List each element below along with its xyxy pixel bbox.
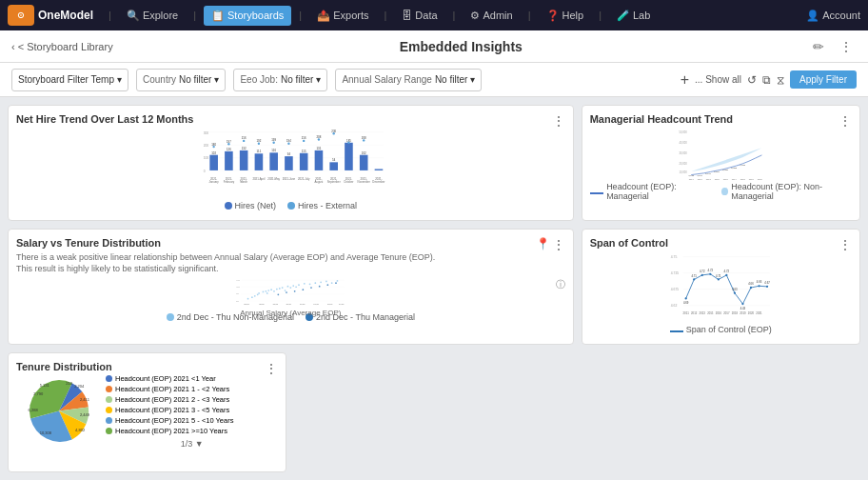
svg-text:2016: 2016 [722,178,728,180]
edit-button[interactable]: ✏ [809,37,828,56]
bar-dec[interactable] [375,169,384,170]
dropdown-chevron-icon: ▾ [117,74,122,85]
pagination-arrow-icon[interactable]: ▼ [195,439,204,449]
nav-divider-2: | [193,10,196,21]
span-control-chart-card: Span of Control ⋮ 4.75 4.725 4.675 4.62 [582,229,860,345]
svg-text:2021-May: 2021-May [267,177,280,181]
svg-text:40,000: 40,000 [679,141,687,145]
svg-text:2021: 2021 [756,311,762,315]
svg-text:4.72: 4.72 [723,270,729,273]
net-hire-chart-card: Net Hire Trend Over Last 12 Months ⋮ 300… [8,105,574,221]
nav-item-storyboards[interactable]: 📋 Storyboards [204,6,291,26]
more-options-button[interactable]: ⋮ [836,37,857,56]
bar-jun[interactable] [285,156,293,170]
bar-may[interactable] [269,152,278,170]
svg-text:2021-July: 2021-July [298,177,310,181]
svg-text:8.00: 8.00 [236,301,239,302]
logo[interactable]: ⊙ OneModel [8,5,93,26]
svg-text:$72,500: $72,500 [314,304,319,306]
svg-text:4.71: 4.71 [691,274,697,278]
nav-divider-1: | [108,10,111,21]
salary-axis-label: Annual Salary (Average EOP) [16,309,565,317]
country-filter[interactable]: Country No filter ▾ [136,69,226,91]
svg-text:4.67: 4.67 [764,281,770,285]
template-filter[interactable]: Storyboard Filter Temp ▾ [11,69,128,91]
breadcrumb-back[interactable]: ‹ < Storyboard Library [11,41,113,52]
span-control-svg: 4.75 4.725 4.675 4.62 [590,252,852,323]
net-hire-chart: 300 200 100 0 102 2021- January 180 [16,129,565,199]
svg-point-82 [258,292,260,294]
svg-point-137 [749,287,751,289]
bar-oct[interactable] [345,143,353,170]
bar-sep[interactable] [329,162,338,170]
bar-jul[interactable] [300,153,308,170]
legend-tenure-10plus: Headcount (EOP) 2021 >=10 Years [106,427,278,435]
breadcrumb-actions: ✏ ⋮ [809,37,857,56]
salary-tenure-menu-button[interactable]: ⋮ [552,237,565,252]
svg-point-90 [279,288,281,290]
svg-point-135 [733,292,735,294]
svg-text:2017: 2017 [731,178,737,180]
svg-point-96 [295,287,297,289]
bar-jan[interactable] [209,155,218,170]
tenure-title: Tenure Distribution [16,361,278,372]
tenure-pagination: 1/3 ▼ [106,439,278,449]
bar-aug[interactable] [315,150,324,170]
account-icon: 👤 [806,10,819,22]
info-icon[interactable]: ⓘ [556,278,565,291]
svg-text:300: 300 [204,131,209,135]
svg-point-99 [309,284,311,286]
svg-text:2013: 2013 [699,311,705,315]
legend-line-managerial [590,192,603,194]
filter-settings-button[interactable]: ⧖ [777,73,784,87]
tenure-menu-button[interactable]: ⋮ [265,361,278,376]
salary-filter[interactable]: Annual Salary Range No filter ▾ [335,69,482,91]
salary-tenure-pin-button[interactable]: 📍 [536,237,550,250]
account-menu[interactable]: 👤 Account [806,10,860,22]
non-managerial-area [691,148,761,171]
nav-item-admin[interactable]: ⚙ Admin [463,6,520,26]
dot-oct [347,142,349,144]
svg-text:4.69: 4.69 [683,301,689,305]
span-control-menu-button[interactable]: ⋮ [838,237,852,252]
svg-point-136 [741,303,743,305]
svg-text:2020: 2020 [757,178,762,180]
svg-point-132 [709,273,711,275]
svg-point-91 [282,288,284,290]
copy-button[interactable]: ⧉ [762,73,771,87]
bar-apr[interactable] [255,153,264,170]
tenure-pie-svg: 210 2,204 2,411 2,449 4,802 10,308 6,288… [16,376,102,446]
page-title: Embedded Insights [113,39,809,54]
legend-dot-hires-net [225,202,232,210]
svg-text:4.66: 4.66 [756,280,761,284]
bar-nov[interactable] [360,155,368,170]
net-hire-svg: 300 200 100 0 102 2021- January 180 [16,129,565,199]
nav-divider-7: | [599,10,602,21]
svg-text:50,000: 50,000 [679,130,687,134]
net-hire-legend: Hires (Net) Hires - External [16,201,565,210]
svg-text:November: November [358,180,370,184]
nav-item-explore[interactable]: 🔍 Explore [119,6,186,26]
bar-feb[interactable] [225,151,233,170]
nav-item-data[interactable]: 🗄 Data [394,6,444,25]
eeo-filter[interactable]: Eeo Job: No filter ▾ [233,69,327,91]
nav-divider-4: | [385,10,387,21]
net-hire-menu-button[interactable]: ⋮ [552,113,565,129]
refresh-button[interactable]: ↺ [747,73,757,87]
apply-filter-button[interactable]: Apply Filter [790,70,857,89]
svg-text:2018: 2018 [740,178,745,180]
show-all-button[interactable]: ... Show all [695,74,741,85]
managerial-menu-button[interactable]: ⋮ [838,113,852,129]
svg-text:208: 208 [317,135,322,139]
svg-text:$60,000: $60,000 [245,304,249,306]
nav-item-exports[interactable]: 📤 Exports [309,6,376,26]
logo-icon: ⊙ [8,5,34,26]
lab-icon: 🧪 [617,10,630,22]
add-filter-button[interactable]: + [681,71,689,89]
bar-mar[interactable] [240,150,248,170]
nav-item-help[interactable]: ❓ Help [539,6,592,26]
svg-point-83 [263,291,265,293]
nav-item-lab[interactable]: 🧪 Lab [609,6,658,26]
svg-text:216: 216 [242,136,247,140]
managerial-legend: Headcount (EOP): Managerial Headcount (E… [590,182,852,201]
